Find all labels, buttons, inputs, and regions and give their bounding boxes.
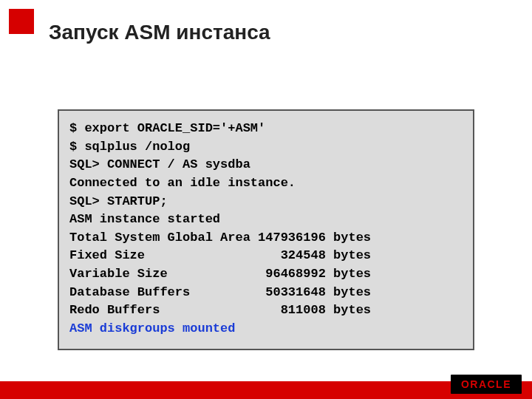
terminal-line: Fixed Size 324548 bytes: [69, 247, 463, 265]
oracle-logo: ORACLE: [451, 375, 522, 394]
terminal-line: SQL> STARTUP;: [69, 193, 463, 211]
page-title: Запуск ASM инстанса: [49, 21, 270, 44]
terminal-line: Variable Size 96468992 bytes: [69, 265, 463, 284]
terminal-line: ASM instance started: [69, 211, 463, 229]
terminal-line: SQL> CONNECT / AS sysdba: [69, 156, 463, 174]
terminal-output-box: $ export ORACLE_SID='+ASM' $ sqlplus /no…: [58, 109, 474, 350]
terminal-line: $ export ORACLE_SID='+ASM': [69, 120, 463, 138]
terminal-line: Connected to an idle instance.: [69, 174, 463, 193]
terminal-line: Redo Buffers 811008 bytes: [69, 301, 463, 320]
terminal-line: Total System Global Area 147936196 bytes: [69, 229, 463, 248]
terminal-line: $ sqlplus /nolog: [69, 138, 463, 157]
terminal-line-highlight: ASM diskgroups mounted: [69, 320, 463, 338]
terminal-line: Database Buffers 50331648 bytes: [69, 284, 463, 302]
accent-square: [9, 9, 34, 34]
